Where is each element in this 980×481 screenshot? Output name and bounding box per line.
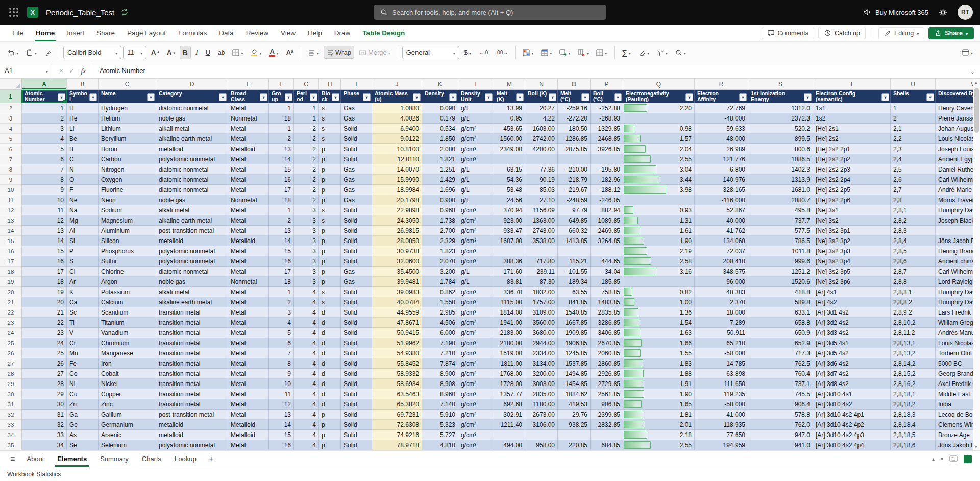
cell-N26[interactable]: 2334.00 [525,348,558,358]
cell-A19[interactable]: 18 [22,277,67,287]
cell-T25[interactable]: [Ar] 3d5 4s1 [813,338,891,348]
cell-R27[interactable]: 14.785 [695,358,748,369]
cell-P5[interactable]: 2468.85 [591,134,623,144]
cell-F16[interactable]: 15 [269,246,294,256]
cell-C7[interactable]: Carbon [99,154,156,164]
cell-I4[interactable]: Solid [341,124,372,134]
cell-O6[interactable]: 2075.85 [558,144,591,154]
cell-T13[interactable]: [Ne] 3s2 [813,215,891,226]
cell-L2[interactable]: g/L [458,103,494,113]
cell-I30[interactable]: Solid [341,389,372,399]
cell-O8[interactable]: -210.00 [558,164,591,175]
decrease-decimal-button[interactable]: ←.0 [476,47,491,58]
cell-I7[interactable]: Solid [341,154,372,164]
cell-I15[interactable]: Solid [341,236,372,246]
cell-D17[interactable]: polyatomic nonmetal [156,256,228,267]
cell-J34[interactable]: 74.9216 [372,430,422,440]
cell-T27[interactable]: [Ar] 3d6 4s2 [813,358,891,369]
cell-U18[interactable]: 2,8,7 [891,267,936,277]
cell-B19[interactable]: Ar [67,277,99,287]
cell-T7[interactable]: [He] 2s2 2p2 [813,154,891,164]
cell-U27[interactable]: 2,8,14,2 [891,358,936,369]
cell-F12[interactable]: 1 [269,205,294,215]
cell-F9[interactable]: 16 [269,175,294,185]
increase-font-size-button[interactable]: A▴ [148,46,162,59]
cell-Q28[interactable]: 1.88 [623,369,695,379]
font-name-select[interactable]: Calibri Bold [63,46,121,59]
cell-J15[interactable]: 28.0850 [372,236,422,246]
excel-logo-icon[interactable]: X [27,6,39,18]
header-cell-T1[interactable]: Electron Config (semantic) [813,90,891,103]
cell-L20[interactable]: g/cm³ [458,287,494,297]
cell-C32[interactable]: Gallium [99,410,156,420]
cell-S17[interactable]: 999.6 [748,256,813,267]
cell-C11[interactable]: Neon [99,195,156,205]
strikethrough-button[interactable]: ab [215,46,228,59]
cell-B7[interactable]: C [67,154,99,164]
cell-P3[interactable]: -268.93 [591,113,623,124]
cell-B29[interactable]: Ni [67,379,99,389]
filter-button[interactable] [310,93,317,101]
share-button[interactable]: Share [928,27,974,39]
cell-N35[interactable]: 958.00 [525,440,558,450]
cell-N31[interactable]: 1180.00 [525,399,558,410]
cell-O14[interactable]: 660.32 [558,226,591,236]
app-launcher-icon[interactable] [7,6,20,19]
cell-U13[interactable]: 2,8,2 [891,215,936,226]
cell-I5[interactable]: Solid [341,134,372,144]
cell-G10[interactable]: 2 [294,185,319,195]
cell-B18[interactable]: Cl [67,267,99,277]
menu-tab-review[interactable]: Review [240,25,275,41]
cell-H8[interactable]: p [319,164,341,175]
cell-L27[interactable]: g/cm³ [458,358,494,369]
cell-R22[interactable]: 18.000 [695,307,748,318]
row-header-8[interactable]: 8 [0,164,22,175]
cell-H20[interactable]: s [319,287,341,297]
row-header-11[interactable]: 11 [0,195,22,205]
cell-E25[interactable]: Metal [228,338,269,348]
font-size-select[interactable]: 11 [123,46,146,59]
cell-L18[interactable]: g/L [458,267,494,277]
cell-G33[interactable]: 4 [294,420,319,430]
filter-button[interactable] [926,93,934,101]
cell-M7[interactable] [494,154,525,164]
cell-B27[interactable]: Fe [67,358,99,369]
cell-I20[interactable]: Solid [341,287,372,297]
cell-B23[interactable]: Ti [67,318,99,328]
menu-tab-table-design[interactable]: Table Design [356,25,411,41]
cell-D15[interactable]: metalloid [156,236,228,246]
header-cell-L1[interactable]: Density Unit [458,90,494,103]
row-header-32[interactable]: 32 [0,410,22,420]
cell-S32[interactable]: 578.8 [748,410,813,420]
column-header-T[interactable]: T [813,79,891,90]
cell-F32[interactable]: 13 [269,410,294,420]
cell-K32[interactable]: 5.910 [422,410,458,420]
cell-O2[interactable]: -259.16 [558,103,591,113]
column-header-C[interactable]: C [99,79,156,90]
merge-cells-button[interactable]: Merge [356,46,394,59]
cell-C35[interactable]: Selenium [99,440,156,450]
cell-H3[interactable]: s [319,113,341,124]
cell-F10[interactable]: 17 [269,185,294,195]
cell-M16[interactable] [494,246,525,256]
cell-M20[interactable]: 336.70 [494,287,525,297]
cell-A13[interactable]: 12 [22,215,67,226]
row-header-33[interactable]: 33 [0,420,22,430]
cell-C24[interactable]: Vanadium [99,328,156,338]
cell-F8[interactable]: 15 [269,164,294,175]
autosum-button[interactable]: ∑ [619,45,634,59]
cell-O35[interactable]: 220.85 [558,440,591,450]
cell-P33[interactable]: 2832.85 [591,420,623,430]
cell-C17[interactable]: Sulfur [99,256,156,267]
cell-P4[interactable]: 1329.85 [591,124,623,134]
cell-D8[interactable]: diatomic nonmetal [156,164,228,175]
cell-P29[interactable]: 2729.85 [591,379,623,389]
cell-K2[interactable]: 0.090 [422,103,458,113]
cell-P13[interactable]: 1089.85 [591,215,623,226]
cell-T35[interactable]: [Ar] 3d10 4s2 4p4 [813,440,891,450]
cell-J11[interactable]: 20.1798 [372,195,422,205]
cell-T20[interactable]: [Ar] 4s1 [813,287,891,297]
header-cell-I1[interactable]: Phase [341,90,372,103]
cell-J9[interactable]: 15.9990 [372,175,422,185]
cell-B9[interactable]: O [67,175,99,185]
